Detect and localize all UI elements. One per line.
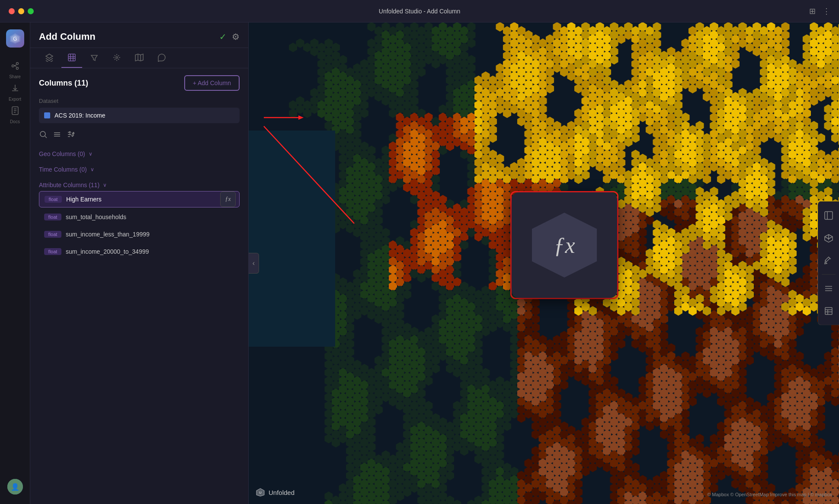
settings-icon[interactable]: ⚙: [232, 32, 240, 42]
chevron-left-icon: ‹: [253, 259, 255, 267]
panel-title: Add Column: [39, 31, 96, 42]
sidebar-item-help[interactable]: 👤: [5, 476, 26, 497]
fx-button-high-earners[interactable]: ƒx: [220, 191, 236, 207]
svg-point-11: [116, 57, 118, 58]
panel-header: Add Column ✓ ⚙: [30, 22, 248, 48]
column-name-sum-total: sum_total_households: [66, 214, 234, 220]
columns-header: Columns (11) + Add Column: [39, 75, 240, 91]
close-button[interactable]: [9, 8, 15, 14]
window-controls: [9, 8, 34, 14]
brand-label: Unfolded: [269, 489, 295, 496]
attr-chevron-icon: ∨: [103, 182, 107, 188]
docs-label: Docs: [10, 119, 20, 124]
map-attribution: © Mapbox © OpenStreetMap Improve this ma…: [707, 492, 832, 497]
fx-hexagon-shape: ƒx: [532, 213, 597, 278]
svg-rect-6: [68, 54, 75, 61]
add-column-button[interactable]: + Add Column: [184, 75, 240, 91]
tab-bar: [30, 48, 248, 68]
column-item-high-earners[interactable]: float High Earners ƒx: [39, 191, 240, 207]
svg-text:U: U: [259, 491, 262, 494]
puzzle-icon[interactable]: ⊞: [809, 6, 816, 16]
right-toolbar: [818, 201, 839, 325]
share-label: Share: [9, 74, 21, 79]
docs-icon: [10, 106, 20, 118]
attribution-text: © Mapbox © OpenStreetMap Improve this ma…: [707, 492, 832, 497]
sidebar-item-docs[interactable]: Docs: [5, 105, 26, 125]
check-icon[interactable]: ✓: [219, 32, 227, 42]
time-columns-group: Time Columns (0) ∨: [39, 163, 240, 175]
svg-point-15: [40, 131, 45, 137]
layers-list-button[interactable]: [818, 278, 839, 299]
toggle-panel-button[interactable]: [818, 205, 839, 226]
main-layout: G Share Export: [0, 22, 839, 504]
dataset-color-indicator: [44, 112, 50, 118]
time-columns-header[interactable]: Time Columns (0) ∨: [39, 163, 240, 175]
export-label: Export: [9, 97, 21, 102]
menu-icon[interactable]: ⋮: [823, 6, 830, 16]
map-brand: U Unfolded: [256, 488, 295, 497]
svg-text:G: G: [13, 36, 17, 42]
attr-columns-label: Attribute Columns (11): [39, 182, 99, 188]
titlebar: Unfolded Studio - Add Column ⊞ ⋮: [0, 0, 839, 22]
svg-text:👤: 👤: [11, 483, 19, 491]
panel-content: Columns (11) + Add Column Dataset ACS 20…: [30, 68, 248, 504]
type-badge-float-sum-total: float: [44, 214, 61, 220]
fx-icon: ƒx: [225, 196, 231, 203]
sidebar-item-share[interactable]: Share: [5, 60, 26, 80]
share-icon: [10, 61, 20, 73]
draw-button[interactable]: [818, 250, 839, 271]
tab-columns[interactable]: [61, 48, 82, 68]
type-badge-float-sum-income-less: float: [44, 231, 61, 238]
geo-chevron-icon: ∨: [89, 151, 93, 157]
column-name-high-earners: High Earners: [66, 196, 234, 203]
panel-header-icons: ✓ ⚙: [219, 32, 240, 42]
maximize-button[interactable]: [28, 8, 34, 14]
collapse-panel-button[interactable]: ‹: [249, 253, 259, 274]
column-item-sum-total[interactable]: float sum_total_households: [39, 209, 240, 225]
svg-marker-12: [135, 54, 143, 61]
dataset-label: Dataset: [39, 98, 240, 104]
time-chevron-icon: ∨: [90, 166, 94, 172]
left-panel: Add Column ✓ ⚙: [30, 22, 249, 504]
activity-bar: G Share Export: [0, 22, 30, 504]
type-badge-float-sum-income-20k: float: [44, 248, 61, 255]
tab-filter[interactable]: [84, 48, 105, 68]
minimize-button[interactable]: [18, 8, 24, 14]
tab-interact[interactable]: [106, 48, 127, 68]
sidebar-item-export[interactable]: Export: [5, 82, 26, 103]
app-logo[interactable]: G: [6, 29, 24, 48]
fx-popup: ƒx: [512, 192, 617, 298]
titlebar-right-icons: ⊞ ⋮: [809, 6, 830, 16]
columns-count: Columns (11): [39, 79, 88, 88]
attr-columns-group: Attribute Columns (11) ∨ float High Earn…: [39, 179, 240, 259]
export-icon: [10, 83, 20, 95]
column-item-sum-income-20k[interactable]: float sum_income_20000_to_34999: [39, 244, 240, 259]
attr-columns-header[interactable]: Attribute Columns (11) ∨: [39, 179, 240, 191]
tab-layers[interactable]: [39, 48, 60, 68]
search-icon[interactable]: [39, 130, 48, 141]
data-table-button[interactable]: [818, 301, 839, 322]
search-filter-row: [39, 130, 240, 141]
tab-chat[interactable]: [151, 48, 172, 68]
map-area[interactable]: ‹ ƒx: [249, 22, 839, 504]
3d-view-button[interactable]: [818, 228, 839, 249]
sort-icon[interactable]: [67, 130, 75, 141]
svg-rect-26: [825, 212, 833, 220]
window-title: Unfolded Studio - Add Column: [379, 8, 460, 15]
dataset-name: ACS 2019: Income: [54, 112, 106, 119]
svg-rect-31: [825, 308, 832, 315]
column-item-sum-income-less[interactable]: float sum_income_less_than_19999: [39, 226, 240, 242]
geo-columns-group: Geo Columns (0) ∨: [39, 148, 240, 160]
time-columns-label: Time Columns (0): [39, 166, 87, 173]
geo-columns-header[interactable]: Geo Columns (0) ∨: [39, 148, 240, 160]
dataset-row[interactable]: ACS 2019: Income: [39, 108, 240, 123]
fx-symbol: ƒx: [554, 233, 575, 258]
column-name-sum-income-less: sum_income_less_than_19999: [66, 231, 234, 238]
column-name-sum-income-20k: sum_income_20000_to_34999: [66, 248, 234, 255]
list-icon[interactable]: [53, 130, 61, 141]
geo-columns-label: Geo Columns (0): [39, 150, 85, 157]
type-badge-float-high-earners: float: [45, 196, 62, 203]
tab-map[interactable]: [129, 48, 150, 68]
